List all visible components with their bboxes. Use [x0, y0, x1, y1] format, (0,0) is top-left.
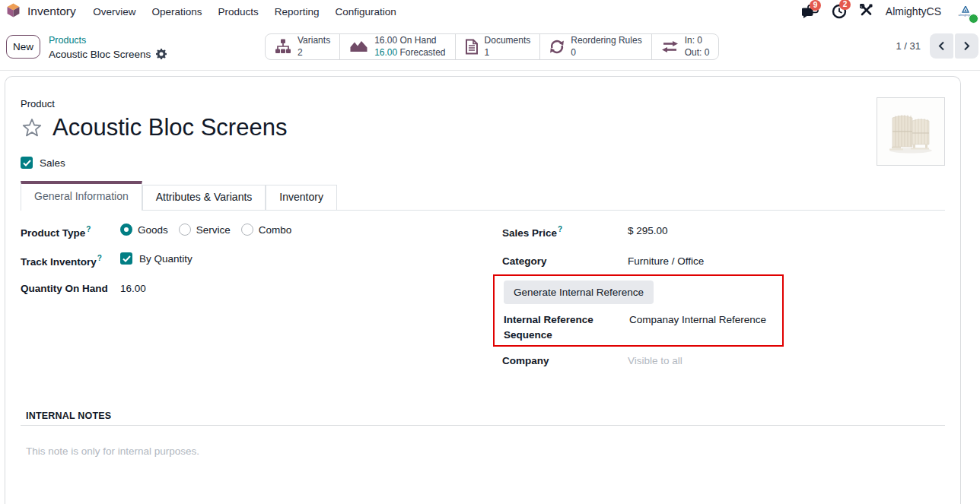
pager: 1 / 31	[896, 33, 978, 59]
user-name[interactable]: AlmightyCS	[886, 5, 941, 17]
on-hand-value: 16.00	[374, 35, 397, 46]
sales-checkbox-row: Sales	[21, 157, 945, 169]
in-value: In: 0	[685, 35, 710, 47]
product-image[interactable]	[877, 97, 945, 166]
sitemap-icon	[275, 39, 291, 55]
reordering-value: 0	[571, 47, 641, 59]
messages-button[interactable]: 9	[802, 5, 819, 19]
refresh-icon	[549, 39, 565, 55]
main-menu: Overview Operations Products Reporting C…	[85, 6, 404, 17]
internal-notes-title: INTERNAL NOTES	[21, 410, 945, 421]
company-label: Company	[502, 353, 628, 366]
help-marker[interactable]: ?	[86, 225, 91, 233]
stat-reordering-rules[interactable]: Reordering Rules 0	[540, 34, 651, 59]
sales-checkbox[interactable]	[21, 157, 33, 169]
radio-service[interactable]: Service	[179, 223, 231, 236]
forecasted-value: 16.00	[374, 47, 397, 58]
product-type-radio-group: Goods Service Combo	[120, 223, 291, 236]
quantity-on-hand-value[interactable]: 16.00	[120, 281, 146, 294]
pager-next-button[interactable]	[955, 33, 978, 59]
radio-goods[interactable]: Goods	[120, 223, 168, 236]
activities-badge: 2	[839, 0, 851, 10]
new-button[interactable]: New	[6, 35, 40, 59]
tab-attributes-variants[interactable]: Attributes & Variants	[142, 185, 266, 210]
company-value[interactable]: Visible to all	[628, 353, 682, 366]
sales-checkbox-label: Sales	[40, 157, 65, 169]
help-marker[interactable]: ?	[97, 254, 102, 262]
control-panel: New Products Acoustic Bloc Screens	[0, 23, 980, 71]
track-inventory-checkbox[interactable]	[120, 252, 132, 265]
help-marker[interactable]: ?	[558, 225, 562, 233]
sales-price-label: Sales Price?	[502, 223, 628, 239]
app-name[interactable]: Inventory	[27, 5, 76, 18]
category-value[interactable]: Furniture / Office	[628, 254, 704, 267]
sales-price-value[interactable]: $ 295.00	[628, 223, 668, 236]
forecasted-label: Forecasted	[400, 47, 446, 58]
stat-buttons: Variants 2 16.00 On Hand 16.00 Forecaste…	[265, 33, 719, 60]
generate-internal-reference-button[interactable]: Generate Internal Reference	[504, 281, 654, 304]
on-hand-label: On Hand	[400, 35, 437, 46]
product-field-label: Product	[21, 98, 945, 109]
menu-reporting[interactable]: Reporting	[266, 6, 327, 17]
transfer-arrows-icon	[661, 39, 679, 55]
stat-in-out[interactable]: In: 0 Out: 0	[652, 34, 719, 59]
menu-configuration[interactable]: Configuration	[327, 6, 404, 17]
internal-reference-sequence-label: Internal Reference Sequence	[504, 312, 629, 343]
category-label: Category	[502, 254, 628, 267]
activities-button[interactable]: 2	[832, 4, 847, 19]
tab-general-information[interactable]: General Information	[21, 181, 142, 211]
internal-notes-section: INTERNAL NOTES This note is only for int…	[21, 410, 945, 457]
stat-on-hand[interactable]: 16.00 On Hand 16.00 Forecasted	[340, 34, 455, 59]
notebook-tabs: General Information Attributes & Variant…	[21, 181, 945, 211]
tools-icon	[860, 4, 873, 17]
reordering-label: Reordering Rules	[571, 35, 641, 47]
menu-operations[interactable]: Operations	[144, 6, 210, 17]
annotation-red-box: Generate Internal Reference Internal Ref…	[493, 274, 784, 347]
stat-documents[interactable]: Documents 1	[456, 34, 541, 59]
user-avatar[interactable]: almightycs	[954, 2, 977, 21]
breadcrumb: Products Acoustic Bloc Screens	[49, 32, 167, 61]
inventory-app-icon[interactable]	[6, 3, 21, 21]
favorite-star-icon[interactable]	[21, 117, 43, 139]
gear-icon[interactable]	[156, 49, 167, 59]
menu-products[interactable]: Products	[210, 6, 266, 17]
documents-label: Documents	[485, 35, 531, 47]
menu-overview[interactable]: Overview	[85, 6, 144, 17]
tools-button[interactable]	[860, 4, 873, 20]
breadcrumb-current: Acoustic Bloc Screens	[49, 48, 151, 62]
documents-value: 1	[485, 47, 531, 59]
track-inventory-label: Track Inventory?	[21, 252, 120, 268]
internal-notes-placeholder[interactable]: This note is only for internal purposes.	[21, 445, 945, 457]
radio-combo[interactable]: Combo	[241, 223, 292, 236]
form-sheet: Product Acoustic Bloc Screens Sales	[5, 76, 961, 504]
messages-badge: 9	[810, 0, 822, 11]
top-navbar: Inventory Overview Operations Products R…	[0, 0, 980, 23]
quantity-on-hand-label: Quantity On Hand	[21, 281, 120, 294]
variants-label: Variants	[298, 35, 330, 47]
area-chart-icon	[349, 39, 368, 55]
out-value: Out: 0	[685, 47, 710, 59]
pager-count: 1 / 31	[896, 40, 921, 52]
product-type-label: Product Type?	[21, 223, 120, 239]
internal-notes-divider	[21, 425, 945, 426]
stat-variants[interactable]: Variants 2	[266, 34, 340, 59]
track-inventory-value: By Quantity	[139, 253, 192, 265]
breadcrumb-products-link[interactable]: Products	[49, 35, 86, 46]
tab-inventory[interactable]: Inventory	[266, 185, 337, 210]
product-title[interactable]: Acoustic Bloc Screens	[52, 114, 287, 141]
document-icon	[465, 39, 479, 55]
internal-reference-sequence-value[interactable]: Companay Internal Reference	[629, 312, 766, 328]
pager-previous-button[interactable]	[930, 33, 953, 59]
variants-value: 2	[298, 47, 330, 59]
